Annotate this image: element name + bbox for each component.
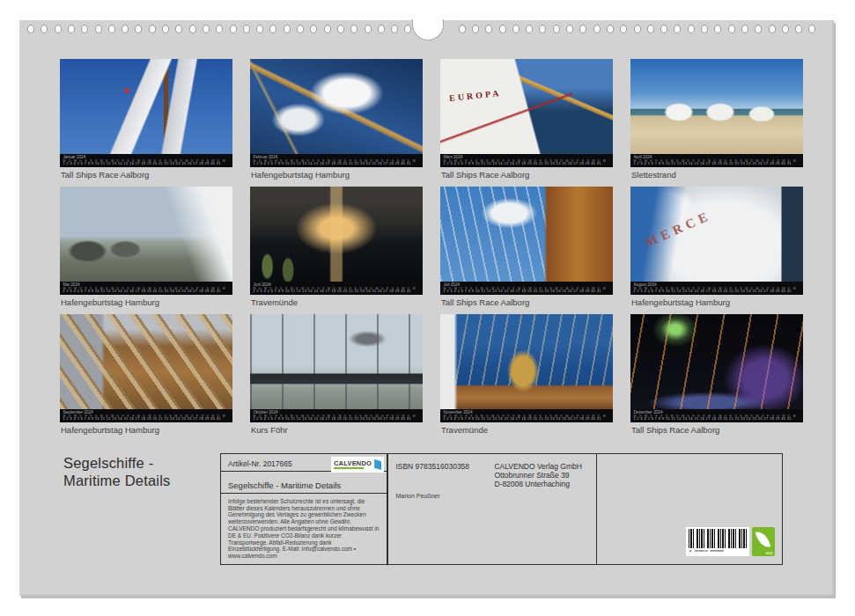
strip-days: 1 2 3 4 5 6 7 8 9 10 11 12 13 14 15 16 1… bbox=[633, 290, 803, 293]
strip-days: 1 2 3 4 5 6 7 8 9 10 11 12 13 14 15 16 1… bbox=[63, 290, 232, 293]
binding-hole bbox=[526, 25, 533, 33]
box-title: Segelschiffe - Maritime Details bbox=[228, 480, 341, 490]
calendar-month-tile: Februar 2024 M D M D F S S M D M D F S S… bbox=[250, 59, 423, 180]
mini-calendar-strip: Dezember 2024 M D M D F S S M D M D F S … bbox=[630, 409, 803, 422]
binding-hole bbox=[269, 25, 276, 33]
photo-february bbox=[250, 59, 423, 154]
binding-hole bbox=[539, 25, 546, 33]
binding-hole bbox=[135, 25, 142, 33]
binding-hole bbox=[55, 25, 62, 33]
legal-text: Infolge bestehender Schutzrechte ist es … bbox=[228, 498, 380, 559]
binding-hole bbox=[566, 25, 573, 33]
binding-hole bbox=[579, 25, 586, 33]
binding-hole bbox=[175, 25, 182, 33]
info-box: Artikel-Nr. 2017665 CALVENDO Segelschiff… bbox=[220, 453, 785, 565]
binding-hole bbox=[122, 25, 129, 33]
thumb-caption: Hafengeburtstag Hamburg bbox=[60, 297, 232, 308]
binding-hole bbox=[203, 25, 210, 33]
photo-june bbox=[250, 187, 423, 282]
binding-hole bbox=[755, 25, 762, 33]
page-title-line1: Segelschiffe - bbox=[63, 455, 170, 473]
binding-hole bbox=[162, 25, 169, 33]
thumb-caption: Tall Ships Race Aalborg bbox=[630, 425, 803, 436]
binding-hole bbox=[485, 25, 492, 33]
binding-hole bbox=[808, 25, 815, 33]
binding-hole bbox=[701, 25, 708, 33]
binding-hole bbox=[365, 25, 372, 33]
photo-october bbox=[250, 314, 423, 409]
calendar-month-tile: Oktober 2024 M D M D F S S M D M D F S S… bbox=[250, 314, 423, 436]
info-left-column: Artikel-Nr. 2017665 CALVENDO Segelschiff… bbox=[220, 453, 388, 565]
strip-days: 1 2 3 4 5 6 7 8 9 10 11 12 13 14 15 16 1… bbox=[633, 162, 803, 165]
calendar-back-page: Januar 2024 M D M D F S S M D M D F S S … bbox=[19, 20, 834, 596]
thumb-caption: Travemünde bbox=[250, 297, 423, 308]
calendar-month-tile: September 2024 M D M D F S S M D M D F S… bbox=[60, 314, 232, 436]
page-title: Segelschiffe - Maritime Details bbox=[63, 455, 170, 489]
binding-hole bbox=[714, 25, 721, 33]
binding-hole bbox=[149, 25, 156, 33]
mini-calendar-strip: August 2024 M D M D F S S M D M D F S S … bbox=[630, 282, 803, 295]
strip-days: 1 2 3 4 5 6 7 8 9 10 11 12 13 14 15 16 1… bbox=[63, 162, 232, 165]
binding-hole bbox=[472, 25, 479, 33]
strip-days: 1 2 3 4 5 6 7 8 9 10 11 12 13 14 15 16 1… bbox=[443, 417, 613, 421]
thumb-caption: Hafengeburtstag Hamburg bbox=[630, 297, 803, 308]
photo-may bbox=[60, 187, 232, 282]
mini-calendar-strip: November 2024 M D M D F S S M D M D F S … bbox=[440, 409, 613, 422]
barcode-digits: 9 783516 030358 bbox=[686, 548, 749, 553]
thumb-caption: Tall Ships Race Aalborg bbox=[440, 170, 613, 180]
mini-calendar-strip: Juli 2024 M D M D F S S M D M D F S S M … bbox=[440, 282, 613, 295]
thumb-caption: Tall Ships Race Aalborg bbox=[440, 297, 613, 308]
binding-hole bbox=[782, 25, 789, 33]
calvendo-logo-text: CALVENDO bbox=[334, 460, 372, 466]
publisher-line3: D-82008 Unterhaching bbox=[494, 480, 582, 488]
eco-badge: eco bbox=[752, 527, 775, 556]
strip-days: 1 2 3 4 5 6 7 8 9 10 11 12 13 14 15 16 1… bbox=[253, 162, 423, 165]
binding-hole bbox=[728, 25, 735, 33]
binding-hole bbox=[81, 25, 88, 33]
binding-hole bbox=[404, 25, 411, 33]
binding-hole bbox=[660, 25, 667, 33]
binding-hole bbox=[95, 25, 102, 33]
thumb-caption: Travemünde bbox=[440, 425, 613, 436]
calendar-month-tile: November 2024 M D M D F S S M D M D F S … bbox=[440, 314, 613, 436]
photo-march: EUROPA bbox=[440, 59, 613, 154]
mini-calendar-strip: September 2024 M D M D F S S M D M D F S… bbox=[60, 409, 232, 422]
binding-hole bbox=[512, 25, 520, 33]
binding-hole bbox=[674, 25, 681, 33]
binding-hole bbox=[189, 25, 196, 33]
photo-september bbox=[60, 314, 232, 409]
mini-calendar-strip: Januar 2024 M D M D F S S M D M D F S S … bbox=[60, 154, 232, 167]
ean-barcode: 9 783516 030358 bbox=[686, 527, 749, 556]
binding-hole bbox=[620, 25, 627, 33]
mini-calendar-strip: Mai 2024 M D M D F S S M D M D F S S M D… bbox=[60, 282, 232, 295]
publisher-address: CALVENDO Verlag GmbH Ottobrunner Straße … bbox=[494, 462, 582, 488]
leaf-icon bbox=[755, 530, 770, 550]
strip-days: 1 2 3 4 5 6 7 8 9 10 11 12 13 14 15 16 1… bbox=[633, 417, 803, 421]
thumb-caption: Tall Ships Race Aalborg bbox=[60, 170, 232, 180]
binding-hole bbox=[337, 25, 344, 33]
binding-hole bbox=[216, 25, 223, 33]
photo-text-august: MERCE bbox=[643, 208, 714, 250]
author-name: Marion Peußner bbox=[395, 493, 439, 499]
calendar-month-tile: Januar 2024 M D M D F S S M D M D F S S … bbox=[60, 59, 232, 180]
mini-calendar-strip: Februar 2024 M D M D F S S M D M D F S S… bbox=[250, 154, 423, 167]
binding-hole bbox=[41, 25, 48, 33]
artikel-nr: Artikel-Nr. 2017665 bbox=[228, 459, 292, 468]
binding-hole bbox=[634, 25, 641, 33]
calendar-month-tile: Juni 2024 M D M D F S S M D M D F S S M … bbox=[250, 187, 423, 308]
thumb-caption: Slettestrand bbox=[630, 170, 803, 180]
binding-hole bbox=[243, 25, 250, 33]
box-title-cell: Segelschiffe - Maritime Details bbox=[220, 471, 388, 495]
binding-hole bbox=[284, 25, 291, 33]
calvendo-tagline-mark bbox=[334, 467, 364, 469]
barcode-cell: 9 783516 030358 eco bbox=[596, 453, 783, 565]
month-grid: Januar 2024 M D M D F S S M D M D F S S … bbox=[60, 59, 803, 436]
calendar-month-tile: Mai 2024 M D M D F S S M D M D F S S M D… bbox=[60, 187, 232, 308]
artikel-cell: Artikel-Nr. 2017665 CALVENDO bbox=[220, 453, 388, 473]
calendar-month-tile: April 2024 M D M D F S S M D M D F S S M… bbox=[630, 59, 803, 180]
calendar-month-tile: EUROPA März 2024 M D M D F S S M D M D F… bbox=[440, 59, 613, 180]
binding-hole bbox=[459, 25, 466, 33]
binding-hole bbox=[256, 25, 263, 33]
photo-april bbox=[630, 59, 803, 154]
photo-july bbox=[440, 187, 613, 282]
